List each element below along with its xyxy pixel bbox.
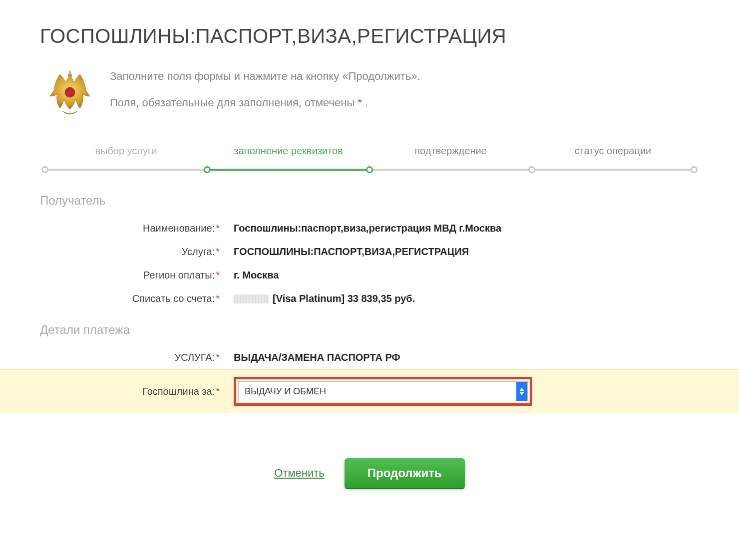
step-label-3: подтверждение — [370, 145, 532, 157]
value-account: [Visa Platinum] 33 839,35 руб. — [225, 293, 415, 304]
required-star-icon: * — [358, 96, 362, 109]
recipient-section-title: Получатель — [40, 194, 699, 208]
row-name: Наименование:* Госпошлины:паспорт,виза,р… — [40, 217, 699, 240]
value-detail-service: ВЫДАЧА/ЗАМЕНА ПАСПОРТА РФ — [225, 352, 400, 363]
intro-line1: Заполните поля формы и нажмите на кнопку… — [110, 67, 420, 85]
row-service: Услуга:* ГОСПОШЛИНЫ:ПАСПОРТ,ВИЗА,РЕГИСТР… — [40, 240, 699, 264]
svg-point-0 — [65, 87, 75, 97]
stepper-track — [45, 166, 694, 174]
step-label-4: статус операции — [532, 145, 694, 157]
fee-select-highlight-frame: ВЫДАЧУ И ОБМЕН — [234, 377, 532, 406]
row-detail-service: УСЛУГА:* ВЫДАЧА/ЗАМЕНА ПАСПОРТА РФ — [40, 346, 699, 369]
step-label-1: выбор услуги — [45, 145, 207, 157]
row-account: Списать со счета:* [Visa Platinum] 33 83… — [40, 287, 699, 310]
value-region: г. Москва — [225, 270, 279, 281]
account-number-redacted — [234, 294, 269, 303]
page-title: ГОСПОШЛИНЫ:ПАСПОРТ,ВИЗА,РЕГИСТРАЦИЯ — [40, 25, 699, 47]
select-updown-icon — [516, 382, 527, 401]
continue-button[interactable]: Продолжить — [345, 458, 465, 488]
cancel-link[interactable]: Отменить — [274, 467, 325, 480]
intro-line2: Поля, обязательные для заполнения, отмеч… — [110, 94, 420, 111]
step-dot-1 — [41, 166, 48, 173]
step-dot-4 — [691, 166, 698, 173]
step-dot-3 — [528, 166, 535, 173]
value-service: ГОСПОШЛИНЫ:ПАСПОРТ,ВИЗА,РЕГИСТРАЦИЯ — [225, 246, 469, 258]
details-section-title: Детали платежа — [40, 323, 699, 337]
progress-stepper: выбор услуги заполнение реквизитов подтв… — [40, 145, 699, 174]
mvd-emblem-icon — [45, 67, 95, 117]
step-dot-2 — [204, 166, 211, 173]
step-dot-3-start — [366, 166, 373, 173]
row-fee-highlighted: Госпошлина за:* ВЫДАЧУ И ОБМЕН — [0, 369, 739, 413]
row-region: Регион оплаты:* г. Москва — [40, 264, 699, 287]
value-name: Госпошлины:паспорт,виза,регистрация МВД … — [225, 223, 501, 234]
form-actions: Отменить Продолжить — [40, 458, 699, 488]
intro-block: Заполните поля формы и нажмите на кнопку… — [40, 67, 699, 120]
step-label-2: заполнение реквизитов — [207, 145, 370, 157]
fee-select[interactable]: ВЫДАЧУ И ОБМЕН — [238, 381, 528, 401]
fee-select-value: ВЫДАЧУ И ОБМЕН — [245, 386, 326, 397]
